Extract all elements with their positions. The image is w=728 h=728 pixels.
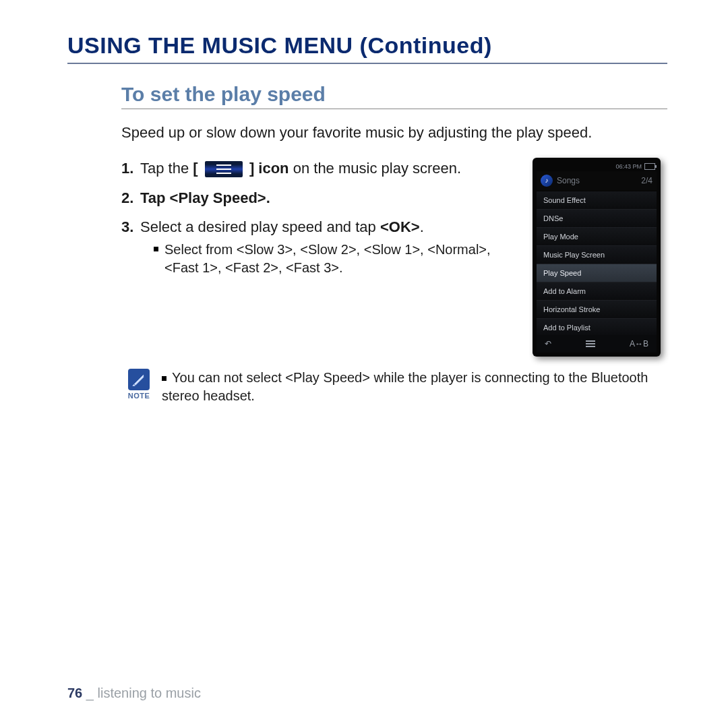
device-menu-item: Music Play Screen — [537, 246, 657, 264]
device-menu-item-selected: Play Speed — [537, 264, 657, 282]
step-3-ok: <OK> — [380, 218, 420, 235]
bullet-icon — [162, 376, 166, 381]
device-title: Songs — [557, 176, 580, 185]
step-3: 3. Select a desired play speed and tap <… — [121, 216, 519, 277]
page-footer: 76 _ listening to music — [67, 686, 201, 701]
device-menu-item: Add to Playlist — [537, 319, 657, 337]
note-icon — [128, 369, 150, 390]
step-2-text-a: Tap — [140, 189, 170, 206]
device-time: 06:43 PM — [615, 163, 642, 170]
step-1-text-b: on the music play screen. — [293, 160, 461, 177]
section-title: To set the play speed — [121, 83, 667, 109]
music-icon: ♪ — [541, 175, 553, 187]
device-menu-item: Play Mode — [537, 228, 657, 246]
device-count: 2/4 — [641, 176, 653, 185]
step-1-bracket-open: [ — [193, 160, 198, 177]
page-title: USING THE MUSIC MENU (Continued) — [67, 32, 667, 64]
step-2-target: <Play Speed> — [170, 189, 266, 206]
device-menu-item: DNSe — [537, 210, 657, 228]
device-menu-item: Sound Effect — [537, 191, 657, 210]
device-screenshot: 06:43 PM ♪ Songs 2/4 Sound Effect DNSe P… — [533, 158, 661, 357]
step-3-dot: . — [420, 218, 424, 235]
step-3-text-a: Select a desired play speed and tap — [140, 218, 380, 235]
step-1: 1. Tap the [ ] icon on the music play sc… — [121, 158, 519, 179]
menu-lines-icon — [586, 339, 595, 348]
device-menu-item: Horizontal Stroke — [537, 301, 657, 319]
step-2: 2. Tap <Play Speed>. — [121, 187, 519, 209]
ab-repeat-label: A↔B — [630, 339, 648, 348]
step-2-dot: . — [266, 189, 270, 206]
footer-section: listening to music — [98, 686, 201, 700]
step-3-sub: Select from <Slow 3>, <Slow 2>, <Slow 1>… — [154, 241, 519, 277]
menu-button-icon — [205, 161, 243, 177]
device-menu-item: Add to Alarm — [537, 282, 657, 301]
step-1-bracket-close: ] — [249, 160, 254, 177]
back-icon: ↶ — [545, 339, 551, 348]
note-label: NOTE — [121, 392, 156, 400]
page-number: 76 — [67, 686, 82, 700]
battery-icon — [644, 163, 655, 170]
step-1-text-a: Tap the — [140, 160, 189, 177]
note-text: You can not select <Play Speed> while th… — [162, 369, 667, 405]
intro-text: Speed up or slow down your favorite musi… — [121, 123, 667, 143]
step-1-icon-word: icon — [258, 160, 289, 177]
